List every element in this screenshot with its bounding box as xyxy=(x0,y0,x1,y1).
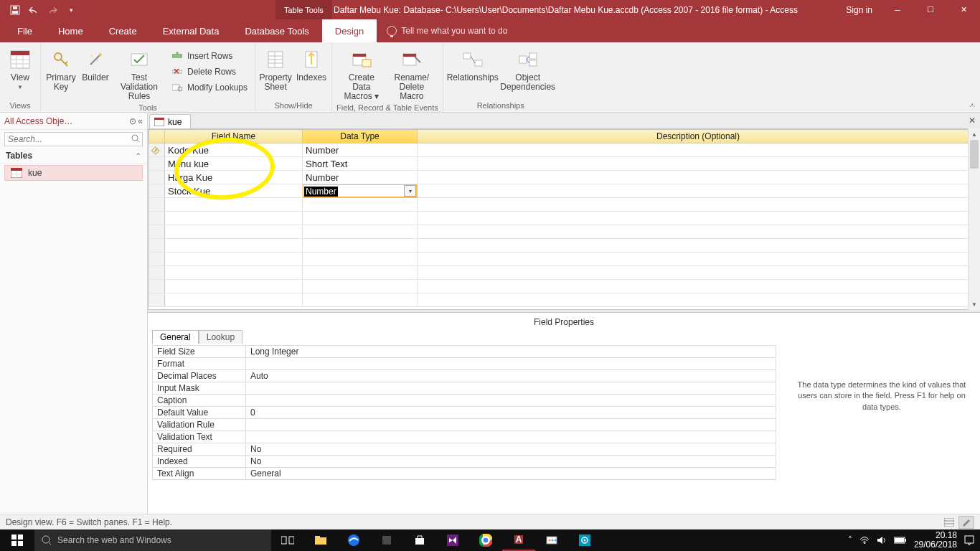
undo-icon[interactable] xyxy=(24,0,43,19)
grid-row[interactable] xyxy=(149,293,979,307)
doc-tab-kue[interactable]: kue xyxy=(149,114,191,128)
property-row[interactable]: IndexedNo xyxy=(153,456,776,468)
indexes-button[interactable]: Indexes xyxy=(296,45,327,83)
sign-in-link[interactable]: Sign in xyxy=(846,0,872,19)
grid-row[interactable] xyxy=(149,225,979,239)
property-row[interactable]: RequiredNo xyxy=(153,443,776,456)
grid-row[interactable] xyxy=(149,266,979,280)
create-data-macros-button[interactable]: Create Data Macros ▾ xyxy=(339,45,384,102)
tab-design[interactable]: Design xyxy=(322,19,377,42)
grid-row[interactable]: Stock KueNumber▾ xyxy=(149,184,979,198)
close-doc-icon[interactable]: ✕ xyxy=(969,116,976,126)
grid-row[interactable] xyxy=(149,239,979,253)
data-type-cell-active[interactable]: Number▾ xyxy=(303,184,418,198)
search-input[interactable] xyxy=(4,132,143,146)
access-icon[interactable]: A xyxy=(502,529,535,551)
close-button[interactable]: ✕ xyxy=(947,0,980,19)
col-field-name[interactable]: Field Name xyxy=(165,130,303,143)
grid-row[interactable]: ⚿Kode KueNumber xyxy=(149,143,979,157)
property-value[interactable]: General xyxy=(246,468,776,480)
minimize-button[interactable]: ─ xyxy=(881,0,914,19)
battery-icon[interactable] xyxy=(894,537,907,544)
nav-item-kue[interactable]: kue xyxy=(4,165,143,181)
grid-row[interactable] xyxy=(149,212,979,225)
store-icon[interactable] xyxy=(403,529,436,551)
delete-rows-button[interactable]: Delete Rows xyxy=(169,65,250,78)
property-value[interactable]: Auto xyxy=(246,370,776,382)
datasheet-view-button[interactable] xyxy=(941,516,957,529)
design-view-button[interactable] xyxy=(958,516,974,529)
edge-icon[interactable] xyxy=(337,529,370,551)
tray-chevron-icon[interactable]: ˄ xyxy=(848,535,852,545)
row-selector[interactable] xyxy=(149,157,165,171)
settings-shortcut-icon[interactable] xyxy=(370,529,403,551)
primary-key-button[interactable]: Primary Key xyxy=(45,45,77,92)
property-value[interactable] xyxy=(246,395,776,407)
tab-database-tools[interactable]: Database Tools xyxy=(232,19,321,42)
nav-group-tables[interactable]: Tables⌃ xyxy=(0,149,147,164)
property-value[interactable] xyxy=(246,358,776,370)
col-description[interactable]: Description (Optional) xyxy=(418,130,979,143)
dropdown-arrow-icon[interactable]: ▾ xyxy=(404,185,416,197)
tab-create[interactable]: Create xyxy=(96,19,150,42)
property-row[interactable]: Caption xyxy=(153,395,776,407)
property-value[interactable]: 0 xyxy=(246,407,776,419)
grid-row[interactable]: Menu kueShort Text xyxy=(149,157,979,171)
settings-icon[interactable] xyxy=(568,529,601,551)
row-selector-header[interactable] xyxy=(149,130,165,143)
builder-button[interactable]: Builder xyxy=(81,45,110,83)
property-value[interactable] xyxy=(246,431,776,443)
collapse-ribbon-icon[interactable]: ㅅ xyxy=(969,100,976,110)
rename-delete-macro-button[interactable]: Rename/ Delete Macro xyxy=(388,45,435,102)
desc-cell[interactable] xyxy=(418,184,979,198)
scroll-up-icon[interactable]: ▲ xyxy=(969,128,980,140)
notifications-icon[interactable] xyxy=(964,535,974,545)
tab-file[interactable]: File xyxy=(4,19,45,42)
nav-dropdown-icon[interactable]: ⊙ xyxy=(129,116,136,126)
field-name-cell[interactable]: Stock Kue xyxy=(165,184,303,198)
data-type-cell[interactable]: Number xyxy=(303,143,418,157)
grid-row[interactable] xyxy=(149,253,979,266)
nav-header[interactable]: All Access Obje… ⊙« xyxy=(0,113,147,130)
row-selector[interactable] xyxy=(149,184,165,198)
col-data-type[interactable]: Data Type xyxy=(303,130,418,143)
grid-row[interactable] xyxy=(149,280,979,293)
prop-tab-general[interactable]: General xyxy=(152,330,199,344)
field-name-cell[interactable]: Menu kue xyxy=(165,157,303,171)
vs-icon[interactable] xyxy=(436,529,469,551)
tell-me[interactable]: Tell me what you want to do xyxy=(377,19,507,42)
volume-icon[interactable] xyxy=(877,536,887,545)
property-value[interactable]: No xyxy=(246,443,776,456)
paint-icon[interactable] xyxy=(535,529,568,551)
property-row[interactable]: Validation Text xyxy=(153,431,776,443)
explorer-icon[interactable] xyxy=(304,529,337,551)
property-row[interactable]: Validation Rule xyxy=(153,419,776,431)
save-icon[interactable] xyxy=(6,0,24,19)
test-validation-button[interactable]: Test Validation Rules xyxy=(114,45,164,102)
search-icon[interactable] xyxy=(131,134,140,143)
property-value[interactable] xyxy=(246,382,776,395)
property-row[interactable]: Text AlignGeneral xyxy=(153,468,776,480)
relationships-button[interactable]: Relationships xyxy=(448,45,498,83)
property-value[interactable]: No xyxy=(246,456,776,468)
maximize-button[interactable]: ☐ xyxy=(914,0,947,19)
desc-cell[interactable] xyxy=(418,143,979,157)
task-view-icon[interactable] xyxy=(271,529,304,551)
data-type-cell[interactable]: Short Text xyxy=(303,157,418,171)
taskbar-search[interactable]: Search the web and Windows xyxy=(34,529,271,551)
property-row[interactable]: Format xyxy=(153,358,776,370)
property-row[interactable]: Input Mask xyxy=(153,382,776,395)
scroll-down-icon[interactable]: ▼ xyxy=(969,298,980,310)
field-name-cell[interactable]: Harga Kue xyxy=(165,171,303,184)
scroll-thumb[interactable] xyxy=(970,140,979,169)
property-value[interactable]: Long Integer xyxy=(246,346,776,358)
tab-home[interactable]: Home xyxy=(45,19,96,42)
object-dependencies-button[interactable]: Object Dependencies xyxy=(502,45,554,92)
property-row[interactable]: Default Value0 xyxy=(153,407,776,419)
property-row[interactable]: Decimal PlacesAuto xyxy=(153,370,776,382)
view-button[interactable]: View ▼ xyxy=(4,45,36,91)
nav-collapse-icon[interactable]: « xyxy=(138,116,143,126)
grid-row[interactable] xyxy=(149,198,979,212)
clock[interactable]: 20.1829/06/2018 xyxy=(914,531,957,550)
data-type-cell[interactable]: Number xyxy=(303,171,418,184)
